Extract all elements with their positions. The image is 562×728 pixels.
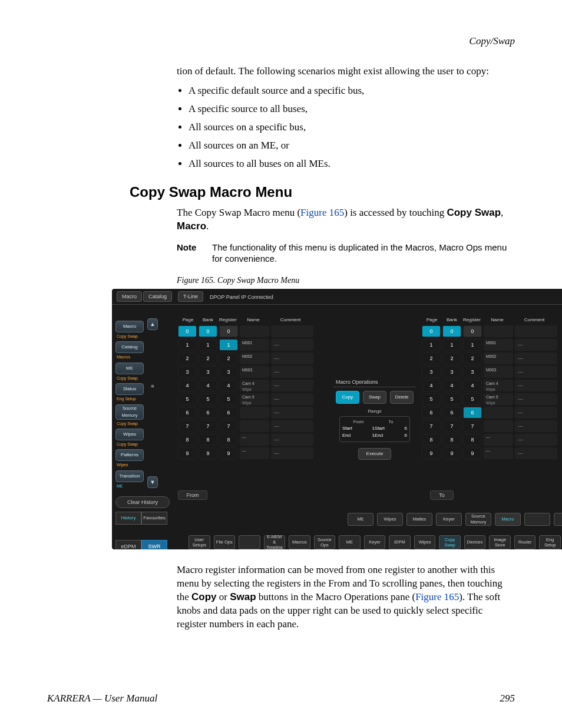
cell[interactable]: M003 [240, 366, 269, 378]
cell[interactable]: 3 [199, 366, 217, 378]
cell[interactable]: 1 [422, 339, 441, 351]
cell[interactable]: 9 [422, 447, 441, 459]
mode-swr-button[interactable]: SWR [141, 540, 167, 549]
cell[interactable]: 7 [219, 420, 238, 432]
nav-idpm[interactable]: iDPM [389, 535, 411, 549]
cell[interactable]: 4 [178, 380, 197, 391]
nav-wipes[interactable]: Wipes [414, 535, 436, 549]
cell[interactable]: 2 [199, 353, 217, 364]
cell[interactable]: M001 [484, 339, 513, 351]
cell[interactable]: 8 [199, 434, 217, 446]
cell[interactable] [484, 407, 513, 419]
execute-button[interactable]: Execute [358, 448, 391, 460]
cell[interactable]: --- [484, 447, 513, 459]
cell[interactable]: M003 [484, 366, 513, 378]
cell[interactable]: 8 [422, 434, 441, 446]
mode-edpm-button[interactable]: eDPM [115, 540, 141, 549]
cell[interactable]: 6 [442, 407, 461, 419]
cat-mattes[interactable]: Mattes [406, 513, 432, 526]
cell[interactable]: 7 [442, 420, 461, 432]
nav-image-store[interactable]: Image Store [489, 535, 511, 549]
cell[interactable]: 6 [219, 407, 238, 419]
cell[interactable]: 5 [442, 393, 461, 405]
cell[interactable]: 1 [442, 339, 461, 351]
cell[interactable]: 5 [178, 393, 197, 405]
tab-history[interactable]: History [115, 512, 141, 525]
cell[interactable]: 0 [199, 325, 217, 337]
cell[interactable]: --- [271, 420, 313, 432]
cell[interactable]: Cam 5Wipe [484, 393, 513, 405]
cell[interactable]: 1 [219, 339, 238, 351]
cat-empty[interactable] [554, 513, 562, 526]
cell[interactable]: 7 [199, 420, 217, 432]
cell[interactable]: 2 [219, 353, 238, 364]
value[interactable]: 6 [405, 426, 407, 432]
cell[interactable]: M002 [240, 353, 269, 364]
cell[interactable]: 3 [219, 366, 238, 378]
tab-catalog[interactable]: Catalog [143, 291, 172, 302]
nav-macros[interactable]: Macros [289, 535, 310, 549]
nav-emem-timeline[interactable]: E-MEM & Timeline [264, 535, 286, 549]
cell[interactable]: 9 [219, 447, 238, 459]
cell[interactable]: 9 [442, 447, 461, 459]
nav-keyer[interactable]: Keyer [364, 535, 386, 549]
cell[interactable]: 9 [463, 447, 482, 459]
cell[interactable] [240, 325, 269, 337]
copy-button[interactable]: Copy [336, 391, 359, 404]
cell[interactable]: 5 [199, 393, 217, 405]
cell[interactable]: 5 [219, 393, 238, 405]
sidebar-item-source-memory[interactable]: Source Memory [115, 404, 144, 420]
nav-me[interactable]: ME [339, 535, 361, 549]
cell[interactable]: 5 [422, 393, 441, 405]
cell[interactable]: Cam 4Wipe [484, 380, 513, 391]
cell[interactable]: 4 [422, 380, 441, 391]
cell[interactable]: 8 [178, 434, 197, 446]
cell[interactable]: 2 [178, 353, 197, 364]
cell[interactable]: 2 [422, 353, 441, 364]
sidebar-item-me[interactable]: ME [115, 363, 144, 374]
nav-empty[interactable] [239, 535, 260, 549]
cell[interactable]: 0 [219, 325, 238, 337]
nav-source-ops[interactable]: Source Ops [314, 535, 336, 549]
tab-favourites[interactable]: Favourites [141, 512, 167, 525]
cell[interactable]: 4 [463, 380, 482, 391]
cell[interactable]: --- [271, 407, 313, 419]
cell[interactable]: 2 [442, 353, 461, 364]
cell[interactable] [484, 325, 513, 337]
cell[interactable]: 8 [463, 434, 482, 446]
sidebar-item-transition[interactable]: Transition [115, 470, 144, 482]
cell[interactable]: --- [240, 434, 269, 446]
nav-router[interactable]: Router [514, 535, 536, 549]
cell[interactable]: 4 [442, 380, 461, 391]
value[interactable]: 6 [405, 433, 407, 439]
sidebar-item-wipes[interactable]: Wipes [115, 429, 144, 440]
nav-user-setups[interactable]: User Setups [189, 535, 210, 549]
cell[interactable]: 1 [178, 339, 197, 351]
cell[interactable]: 0 [463, 325, 482, 337]
cell[interactable]: --- [515, 420, 557, 432]
cat-keyer[interactable]: Keyer [436, 513, 462, 526]
cell[interactable]: 8 [442, 434, 461, 446]
cat-wipes[interactable]: Wipes [377, 513, 403, 526]
cell[interactable]: --- [515, 339, 557, 351]
cell[interactable]: --- [271, 393, 313, 405]
cell[interactable]: 9 [199, 447, 217, 459]
nav-copy-swap[interactable]: Copy Swap [439, 535, 461, 549]
cell[interactable]: 4 [199, 380, 217, 391]
cell[interactable]: --- [271, 447, 313, 459]
cell[interactable]: 8 [219, 434, 238, 446]
cell[interactable]: 9 [178, 447, 197, 459]
cell[interactable]: 1 [199, 339, 217, 351]
sidebar-item-status[interactable]: Status [115, 383, 144, 395]
cat-me[interactable]: ME [348, 513, 373, 526]
cell[interactable]: 7 [422, 420, 441, 432]
cell[interactable]: 0 [442, 325, 461, 337]
cell[interactable]: Cam 5Wipe [240, 393, 269, 405]
cell[interactable]: --- [515, 366, 557, 378]
nav-file-ops[interactable]: File Ops [214, 535, 236, 549]
cell[interactable]: 3 [442, 366, 461, 378]
swap-button[interactable]: Swap [363, 391, 386, 404]
cat-source-memory[interactable]: Source Memory [465, 513, 491, 526]
cell[interactable]: 1 [463, 339, 482, 351]
cell[interactable]: 6 [178, 407, 197, 419]
